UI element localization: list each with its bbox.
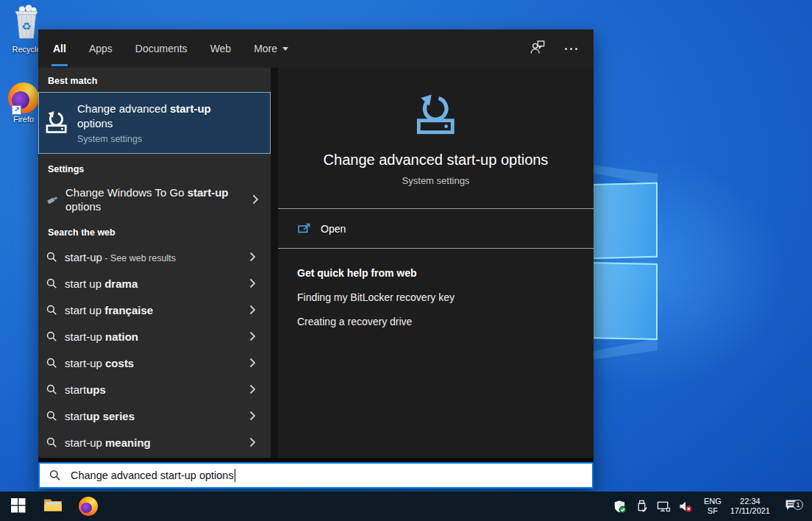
chevron-right-icon: [249, 411, 256, 421]
chevron-right-icon: [249, 384, 256, 394]
user-feedback-icon[interactable]: [530, 40, 546, 57]
search-icon: [46, 331, 57, 342]
notification-count-badge: 1: [793, 500, 803, 510]
chevron-right-icon: [249, 331, 256, 341]
search-filter-tabbar: All Apps Documents Web More: [38, 29, 594, 68]
action-center-button[interactable]: 1: [777, 498, 805, 515]
section-header-best-match: Best match: [38, 68, 271, 92]
open-action[interactable]: Open: [278, 209, 594, 248]
desktop: ♻ Recycle ↗ Firefo All Apps Documents We…: [0, 0, 812, 521]
language-indicator[interactable]: ENG SF: [701, 497, 727, 517]
restart-drive-icon: [45, 111, 68, 135]
web-suggestion[interactable]: start-up nation: [38, 323, 271, 350]
search-icon: [49, 469, 61, 481]
volume-muted-icon[interactable]: [679, 500, 693, 514]
chevron-right-icon: [252, 194, 259, 205]
search-icon: [46, 252, 57, 263]
help-link[interactable]: Finding my BitLocker recovery key: [297, 291, 594, 303]
results-panel: Best match Change advanced start-up opti…: [38, 68, 271, 458]
wallpaper-windows-logo-pane: [587, 182, 658, 260]
usb-device-icon[interactable]: [635, 500, 649, 514]
open-label: Open: [321, 223, 346, 235]
panel-divider: [271, 68, 278, 458]
preview-panel: Change advanced start-up options System …: [278, 68, 594, 458]
svg-text:♻: ♻: [21, 20, 31, 32]
security-shield-icon[interactable]: [613, 500, 627, 514]
chevron-right-icon: [249, 305, 256, 315]
divider: [278, 248, 594, 249]
taskbar-clock[interactable]: 22:34 17/11/2021: [727, 497, 777, 517]
wallpaper-windows-logo-pane: [586, 262, 658, 340]
chevron-right-icon: [249, 278, 256, 288]
tab-documents[interactable]: Documents: [134, 29, 189, 68]
settings-result[interactable]: Change Windows To Go start-up options: [38, 180, 271, 219]
chevron-down-icon: [282, 47, 288, 51]
search-icon: [46, 384, 57, 395]
web-suggestion[interactable]: start-up - See web results: [38, 244, 271, 270]
search-input[interactable]: Change advanced start-up options: [38, 462, 594, 489]
search-icon: [46, 358, 57, 369]
taskbar-firefox-button[interactable]: [71, 492, 106, 521]
ellipsis-icon[interactable]: [565, 48, 577, 50]
network-icon[interactable]: [657, 500, 671, 514]
file-explorer-icon: [43, 497, 63, 516]
preview-title: Change advanced start-up options: [278, 152, 594, 169]
taskbar: ENG SF 22:34 17/11/2021 1: [0, 492, 812, 521]
search-flyout-window: All Apps Documents Web More: [38, 29, 594, 489]
taskbar-empty-area: [106, 492, 613, 521]
help-link[interactable]: Creating a recovery drive: [297, 316, 594, 327]
taskbar-file-explorer-button[interactable]: [35, 492, 71, 521]
search-icon: [46, 437, 57, 448]
web-suggestion[interactable]: start up française: [38, 297, 271, 323]
section-header-search-web: Search the web: [38, 219, 271, 244]
restart-drive-icon: [413, 94, 459, 137]
web-suggestion[interactable]: start-up meaning: [38, 429, 271, 456]
best-match-result[interactable]: Change advanced start-up options System …: [38, 92, 271, 154]
usb-drive-icon: [46, 193, 60, 207]
windows-logo-icon: [10, 497, 26, 516]
search-icon: [46, 305, 57, 316]
chevron-right-icon: [249, 358, 256, 368]
result-subtitle: System settings: [77, 134, 245, 144]
text-caret: [235, 469, 236, 482]
result-title: Change advanced start-up options: [77, 102, 245, 131]
start-button[interactable]: [0, 492, 35, 521]
web-suggestion[interactable]: startups: [38, 376, 271, 403]
result-title: Change Windows To Go start-up options: [65, 185, 236, 213]
chevron-right-icon: [249, 252, 256, 262]
tab-all[interactable]: All: [51, 29, 68, 68]
section-header-settings: Settings: [38, 154, 271, 180]
web-suggestion[interactable]: start-up costs: [38, 350, 271, 376]
taskbar-date: 17/11/2021: [730, 506, 770, 517]
open-external-icon: [298, 222, 311, 235]
shortcut-arrow-icon: ↗: [12, 105, 21, 115]
tab-more[interactable]: More: [252, 29, 290, 68]
search-icon: [46, 278, 57, 289]
taskbar-time: 22:34: [730, 497, 770, 507]
chevron-right-icon: [249, 437, 256, 447]
preview-subtitle: System settings: [278, 175, 594, 186]
search-icon: [46, 411, 57, 422]
web-suggestion[interactable]: startup series: [38, 403, 271, 429]
tab-web[interactable]: Web: [209, 29, 233, 68]
web-suggestion[interactable]: start up drama: [38, 270, 271, 297]
search-query-text: Change advanced start-up options: [71, 469, 234, 481]
firefox-icon: [79, 497, 98, 516]
tab-apps[interactable]: Apps: [88, 29, 114, 68]
help-section-header: Get quick help from web: [297, 267, 594, 279]
